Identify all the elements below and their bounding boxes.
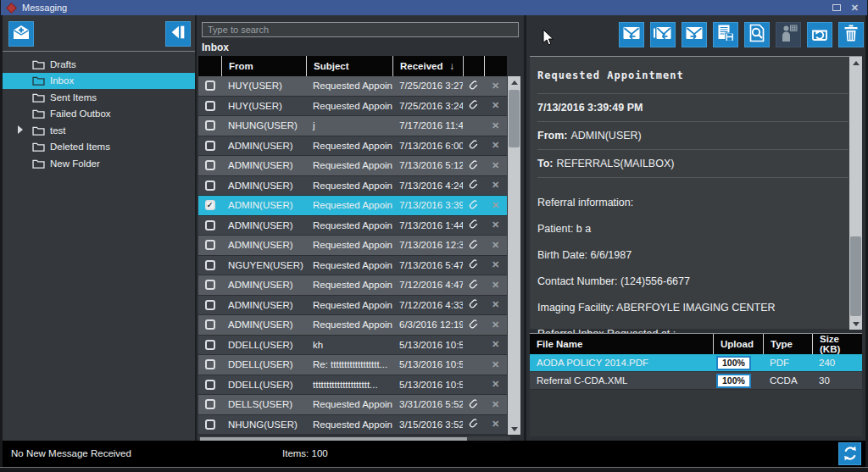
delete-row-icon[interactable]: ✕	[492, 280, 499, 291]
row-checkbox[interactable]	[205, 260, 215, 270]
paperclip-icon	[468, 319, 479, 331]
delete-row-icon[interactable]: ✕	[492, 419, 499, 430]
delete-row-icon[interactable]: ✕	[492, 140, 499, 151]
reply-button[interactable]	[619, 22, 644, 47]
message-body-line: Birth Date: 6/6/1987	[537, 249, 849, 261]
row-checkbox[interactable]: ✓	[205, 200, 215, 210]
folder-item-sent-items[interactable]: Sent Items	[3, 89, 195, 106]
row-checkbox[interactable]	[205, 300, 215, 310]
row-checkbox[interactable]	[205, 220, 215, 230]
scroll-up-icon[interactable]	[508, 76, 520, 88]
folder-item-inbox[interactable]: Inbox	[3, 73, 195, 90]
attachment-upload-progress: 100%	[716, 374, 751, 388]
delete-row-icon[interactable]: ✕	[492, 339, 499, 350]
message-row[interactable]: ADMIN(USER) Requested Appoin... 7/13/201…	[198, 136, 507, 157]
message-row[interactable]: HUY(USER) Requested Appoin... 7/25/2016 …	[198, 76, 507, 97]
close-icon[interactable]: ✕	[851, 4, 859, 11]
message-row[interactable]: ADMIN(USER) Requested Appoin... 6/3/2016…	[198, 315, 507, 336]
detail-vertical-scrollbar[interactable]	[849, 57, 862, 330]
row-checkbox[interactable]	[205, 101, 215, 111]
row-received: 5/13/2016 10:56:...	[392, 340, 463, 350]
attachment-row[interactable]: Referral C-CDA.XML 100% CCDA 30	[530, 372, 862, 390]
search-input[interactable]	[202, 22, 519, 37]
row-checkbox[interactable]	[205, 240, 215, 250]
folder-expander[interactable]	[18, 92, 26, 101]
folder-item-failed-outbox[interactable]: Failed Outbox	[3, 106, 195, 123]
delete-row-icon[interactable]: ✕	[492, 379, 499, 390]
row-checkbox[interactable]	[205, 280, 215, 290]
scroll-down-icon[interactable]	[849, 318, 862, 330]
folder-icon	[32, 158, 45, 169]
row-checkbox[interactable]	[205, 359, 215, 369]
forward-button[interactable]	[682, 22, 707, 47]
folder-expander[interactable]	[18, 109, 26, 118]
delete-row-icon[interactable]: ✕	[492, 200, 499, 211]
delete-row-icon[interactable]: ✕	[492, 219, 499, 230]
maximize-icon[interactable]	[832, 4, 841, 11]
delete-row-icon[interactable]: ✕	[492, 399, 499, 410]
row-checkbox[interactable]	[205, 141, 215, 151]
scroll-up-icon[interactable]	[849, 57, 862, 69]
delete-row-icon[interactable]: ✕	[492, 240, 499, 251]
row-checkbox[interactable]	[205, 81, 215, 91]
message-row[interactable]: NGUYEN(USER) Requested Appoin... 7/13/20…	[198, 256, 507, 276]
row-checkbox[interactable]	[205, 380, 215, 390]
header-subject[interactable]: Subject	[306, 56, 392, 76]
delete-row-icon[interactable]: ✕	[492, 100, 499, 111]
row-checkbox[interactable]	[205, 419, 215, 430]
message-row[interactable]: ✓ ADMIN(USER) Requested Appoin... 7/13/2…	[198, 196, 507, 216]
message-row[interactable]: NHUNG(USER) j 7/17/2016 11:47:... ✕	[198, 116, 507, 136]
folder-expander[interactable]	[18, 158, 26, 167]
delete-row-icon[interactable]: ✕	[492, 359, 499, 370]
header-from[interactable]: From	[221, 56, 306, 76]
message-row[interactable]: ADMIN(USER) Requested Appoin... 7/13/201…	[198, 216, 507, 236]
folder-expander[interactable]	[18, 125, 26, 134]
message-row[interactable]: DDELL(USER) kh 5/13/2016 10:56:... ✕	[198, 336, 507, 356]
scroll-down-icon[interactable]	[508, 423, 520, 435]
message-row[interactable]: ADMIN(USER) Requested Appoin... 7/12/201…	[198, 296, 507, 316]
move-to-folder-button[interactable]	[807, 22, 832, 47]
folder-item-drafts[interactable]: Drafts	[3, 56, 195, 73]
message-row[interactable]: ADMIN(USER) Requested Appoin... 7/13/201…	[198, 176, 507, 197]
delete-row-icon[interactable]: ✕	[492, 120, 499, 131]
row-checkbox[interactable]	[205, 160, 215, 170]
list-vertical-scrollbar[interactable]	[508, 76, 520, 435]
reply-all-button[interactable]	[650, 22, 676, 47]
message-row[interactable]: ADMIN(USER) Requested Appoin... 7/13/201…	[198, 236, 507, 256]
delete-row-icon[interactable]: ✕	[492, 81, 499, 92]
message-row[interactable]: DDELL(USER) ttttttttttttttttttttt... 5/1…	[198, 375, 507, 396]
expand-arrow-icon[interactable]	[18, 125, 23, 134]
new-message-button[interactable]	[8, 21, 34, 47]
folder-expander[interactable]	[18, 142, 26, 151]
row-checkbox[interactable]	[205, 180, 215, 191]
message-row[interactable]: NHUNG(USER) Requested Appoin... 3/15/201…	[198, 415, 507, 436]
message-row[interactable]: ADMIN(USER) Requested Appoin... 7/12/201…	[198, 275, 507, 296]
delete-row-icon[interactable]: ✕	[492, 299, 499, 310]
delete-row-icon[interactable]: ✕	[492, 180, 499, 191]
folder-item-new-folder[interactable]: New Folder	[3, 155, 195, 172]
delete-message-button[interactable]	[838, 22, 864, 47]
save-attachments-button[interactable]	[713, 22, 738, 47]
scrollbar-thumb[interactable]	[850, 236, 861, 316]
delete-row-icon[interactable]: ✕	[492, 319, 499, 330]
message-row[interactable]: DDELL(USER) Re: tttttttttttttttttt... 5/…	[198, 355, 507, 375]
preview-message-button[interactable]	[744, 22, 770, 47]
folder-item-deleted-items[interactable]: Deleted Items	[3, 139, 195, 156]
scrollbar-thumb[interactable]	[509, 90, 520, 147]
message-row[interactable]: HUY(USER) Requested Appoin... 7/25/2016 …	[198, 97, 507, 117]
delete-row-icon[interactable]: ✕	[492, 259, 499, 270]
message-row[interactable]: DELLS(USER) Requested Appoin... 3/31/201…	[198, 395, 507, 415]
folder-item-test[interactable]: test	[3, 122, 195, 139]
row-checkbox[interactable]	[205, 120, 215, 130]
row-checkbox[interactable]	[205, 319, 215, 330]
row-checkbox[interactable]	[205, 399, 215, 409]
folder-expander[interactable]	[18, 59, 26, 68]
collapse-panel-button[interactable]	[165, 21, 191, 47]
folder-expander[interactable]	[18, 76, 26, 85]
delete-row-icon[interactable]: ✕	[492, 160, 499, 171]
attachment-row[interactable]: AODA POLICY 2014.PDF 100% PDF 240	[530, 354, 862, 372]
row-checkbox[interactable]	[205, 340, 215, 350]
message-row[interactable]: ADMIN(USER) Requested Appoin... 7/13/201…	[198, 156, 507, 176]
sync-button[interactable]	[838, 442, 861, 465]
header-received[interactable]: Received ↓	[392, 56, 463, 76]
